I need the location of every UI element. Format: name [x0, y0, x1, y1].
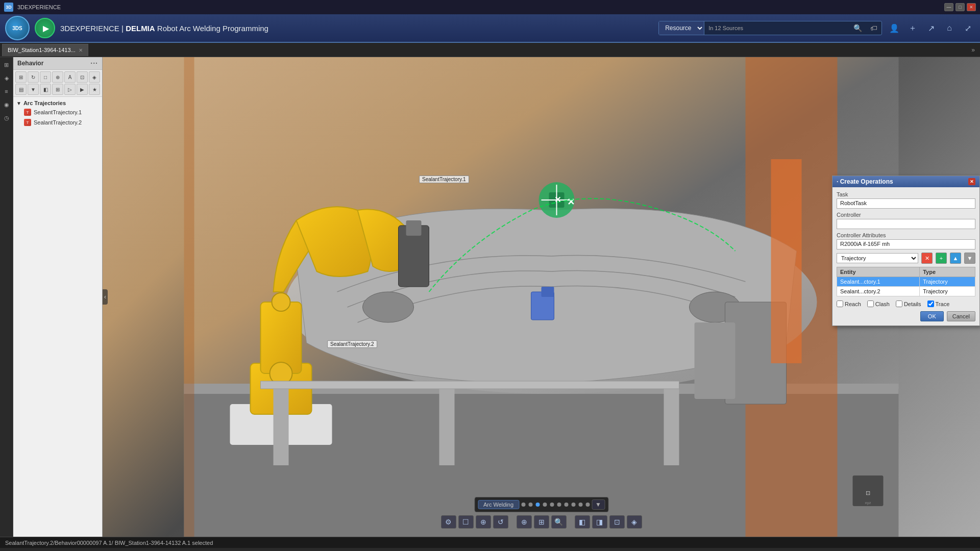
- left-icon-1[interactable]: ⊞: [1, 59, 12, 70]
- main-tab[interactable]: BIW_Station1-3964-1413... ✕: [2, 44, 88, 56]
- svg-rect-14: [406, 220, 422, 236]
- ok-button[interactable]: OK: [920, 311, 944, 321]
- bottom-tool-1[interactable]: ⚙: [441, 515, 456, 529]
- tool-btn-8[interactable]: ▤: [15, 84, 27, 95]
- bottom-tool-7[interactable]: 🔍: [551, 515, 567, 529]
- bottom-tool-8[interactable]: ◧: [575, 515, 590, 529]
- tool-btn-9[interactable]: ▼: [28, 84, 39, 95]
- task-label: Task: [837, 191, 975, 197]
- type-column-header: Type: [920, 267, 975, 277]
- bottom-tool-2[interactable]: ☐: [458, 515, 474, 529]
- close-button[interactable]: ✕: [967, 3, 976, 11]
- left-icon-2[interactable]: ◈: [1, 72, 12, 84]
- details-label: Details: [904, 301, 921, 307]
- bottom-tool-3[interactable]: ⊕: [476, 515, 491, 529]
- bottom-tool-10[interactable]: ⊡: [609, 515, 625, 529]
- trajectory-icon-2: T: [23, 118, 32, 127]
- tool-btn-1[interactable]: ⊞: [15, 71, 27, 83]
- dot-10: [585, 503, 590, 507]
- tool-btn-7[interactable]: ◈: [89, 71, 100, 83]
- tool-btn-3[interactable]: □: [40, 71, 51, 83]
- cancel-button[interactable]: Cancel: [947, 311, 975, 321]
- play-button[interactable]: [35, 18, 55, 38]
- add-trajectory-button[interactable]: +: [936, 253, 947, 264]
- tool-btn-6[interactable]: ⊡: [77, 71, 88, 83]
- tab-collapse-button[interactable]: »: [968, 46, 978, 54]
- search-input[interactable]: [747, 24, 849, 32]
- left-icon-5[interactable]: ◷: [1, 112, 12, 123]
- tree-item-trajectory-1[interactable]: T SealantTrajectory.1: [13, 107, 102, 117]
- tag-icon[interactable]: 🏷: [866, 24, 881, 32]
- 3d-viewport[interactable]: ✕ ✕ ⊡ xyz: [103, 57, 980, 537]
- trajectory-dropdown[interactable]: Trajectory: [837, 253, 918, 263]
- trace-checkbox[interactable]: [927, 300, 934, 307]
- table-row-1[interactable]: Sealant...ctory.1 Trajectory: [837, 277, 975, 287]
- dialog-titlebar: · Create Operations ✕: [832, 176, 979, 187]
- task-field: Task RobotTask: [837, 191, 975, 209]
- titlebar-text: 3DEXPERIENCE: [17, 4, 940, 10]
- expand-icon[interactable]: ⤢: [961, 21, 975, 35]
- share-icon[interactable]: ↗: [924, 21, 938, 35]
- svg-text:✕: ✕: [554, 195, 561, 204]
- maximize-button[interactable]: □: [955, 3, 965, 11]
- bottom-icon-row: ⚙ ☐ ⊕ ↺ ⊕ ⊞ 🔍 ◧ ◨ ⊡ ◈: [441, 515, 642, 529]
- search-resource-dropdown[interactable]: Resource: [659, 21, 704, 35]
- behavior-panel: Behavior ··· ⊞ ↻ □ ⊕ A ⊡ ◈ ▤ ▼ ◧ ⊞ ▷ ▶ ★…: [13, 57, 103, 537]
- bottom-tool-5[interactable]: ⊕: [517, 515, 532, 529]
- panel-dots-icon[interactable]: ···: [90, 59, 98, 67]
- minimize-button[interactable]: —: [944, 3, 953, 11]
- scene-label-2: SealantTrajectory.2: [327, 340, 377, 348]
- svg-text:⊡: ⊡: [866, 490, 870, 496]
- tool-btn-5[interactable]: A: [64, 71, 76, 83]
- bottom-tool-9[interactable]: ◨: [592, 515, 607, 529]
- bottom-tool-6[interactable]: ⊞: [534, 515, 549, 529]
- tree-item-trajectory-2[interactable]: T SealantTrajectory.2: [13, 117, 102, 128]
- clash-checkbox[interactable]: [867, 300, 874, 307]
- table-row-2[interactable]: Sealant...ctory.2 Trajectory: [837, 287, 975, 296]
- behavior-panel-content: ▼ Arc Trajectories T SealantTrajectory.1…: [13, 97, 102, 537]
- controller-field: Controller: [837, 212, 975, 229]
- controller-attrs-field: Controller Attributes R2000iA if-165F mh: [837, 232, 975, 249]
- tool-btn-4[interactable]: ⊕: [52, 71, 63, 83]
- tool-btn-14[interactable]: ★: [89, 84, 100, 95]
- dot-1: [521, 503, 525, 507]
- tool-btn-11[interactable]: ⊞: [52, 84, 63, 95]
- svg-rect-27: [695, 322, 736, 399]
- arc-trajectories-section[interactable]: ▼ Arc Trajectories: [13, 99, 102, 107]
- tool-btn-2[interactable]: ↻: [28, 71, 39, 83]
- left-icon-3[interactable]: ≡: [1, 86, 12, 97]
- home-icon[interactable]: ⌂: [942, 21, 957, 35]
- window-controls: — □ ✕: [944, 3, 976, 11]
- tool-btn-10[interactable]: ◧: [40, 84, 51, 95]
- tool-btn-13[interactable]: ▶: [77, 84, 88, 95]
- entity-cell-2: Sealant...ctory.2: [837, 287, 920, 296]
- toolbar-expand-button[interactable]: ▼: [592, 499, 605, 510]
- panel-collapse-arrow[interactable]: ‹: [103, 289, 108, 305]
- svg-point-6: [363, 292, 414, 322]
- task-value: RobotTask: [837, 198, 975, 209]
- svg-point-11: [272, 293, 290, 311]
- reach-checkbox[interactable]: [837, 300, 843, 307]
- entity-cell-1: Sealant...ctory.1: [837, 277, 920, 287]
- move-down-button[interactable]: ▼: [964, 253, 975, 264]
- arc-welding-tab[interactable]: Arc Welding: [478, 500, 519, 509]
- entity-column-header: Entity: [837, 267, 920, 277]
- svg-text:xyz: xyz: [865, 500, 871, 505]
- add-icon[interactable]: ＋: [905, 21, 920, 35]
- left-icon-4[interactable]: ◉: [1, 99, 12, 110]
- dialog-close-button[interactable]: ✕: [968, 178, 975, 185]
- tool-btn-12[interactable]: ▷: [64, 84, 76, 95]
- controller-value: [837, 219, 975, 229]
- remove-trajectory-button[interactable]: ✕: [921, 253, 933, 264]
- bottom-tool-4[interactable]: ↺: [493, 515, 508, 529]
- behavior-panel-toolbar: ⊞ ↻ □ ⊕ A ⊡ ◈ ▤ ▼ ◧ ⊞ ▷ ▶ ★: [13, 70, 102, 97]
- user-icon[interactable]: 👤: [887, 21, 901, 35]
- controller-attrs-value: R2000iA if-165F mh: [837, 239, 975, 249]
- clash-checkbox-item: Clash: [867, 300, 890, 307]
- search-icon[interactable]: 🔍: [849, 24, 866, 32]
- tab-close-icon[interactable]: ✕: [79, 47, 83, 53]
- details-checkbox[interactable]: [896, 300, 902, 307]
- move-up-button[interactable]: ▲: [950, 253, 961, 264]
- app-title: 3DEXPERIENCE | DELMIA Robot Arc Welding …: [60, 24, 268, 33]
- bottom-tool-11[interactable]: ◈: [627, 515, 642, 529]
